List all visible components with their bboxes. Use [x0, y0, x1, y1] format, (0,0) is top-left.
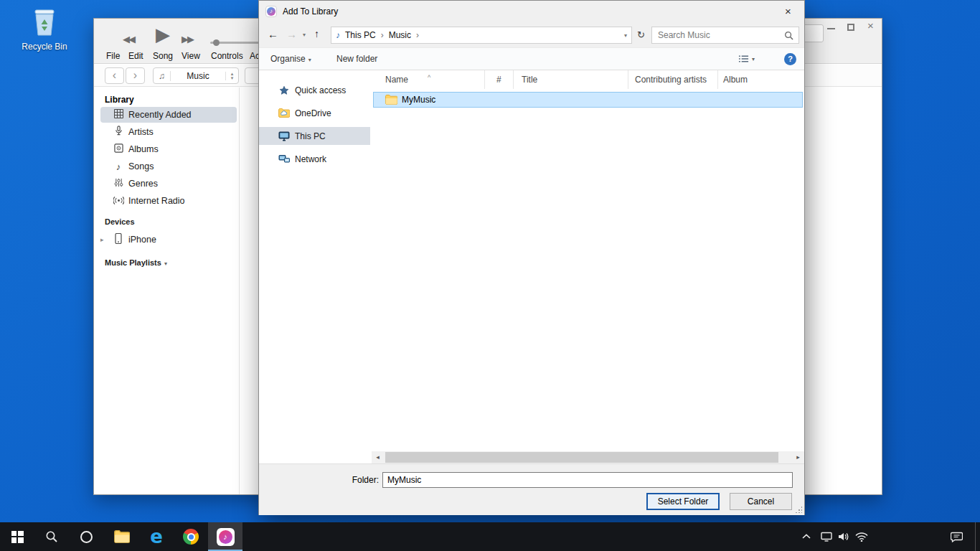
file-row-mymusic[interactable]: MyMusic	[373, 92, 803, 108]
music-note-icon: ♪	[336, 30, 340, 40]
column-header-name[interactable]: Name ^	[372, 70, 485, 89]
nav-item-onedrive[interactable]: OneDrive	[259, 104, 370, 122]
cortana-button[interactable]	[69, 522, 103, 551]
volume-slider[interactable]	[210, 42, 263, 44]
media-selector-arrows[interactable]: ▴ ▾	[225, 72, 238, 80]
menu-controls[interactable]: Controls	[211, 51, 243, 61]
recycle-bin[interactable]: Recycle Bin	[19, 6, 70, 52]
sidebar-item-albums[interactable]: Albums	[94, 141, 239, 158]
radio-broadcast-icon	[113, 194, 124, 207]
sidebar-item-artists[interactable]: Artists	[94, 123, 239, 141]
organise-button[interactable]: Organise▾	[270, 48, 311, 70]
nav-item-quick-access[interactable]: Quick access	[259, 81, 370, 99]
iphone-icon	[113, 233, 124, 247]
file-list: Name ^ # Title Contributing artists Albu…	[372, 70, 804, 451]
dialog-titlebar[interactable]: ♪ Add To Library ×	[259, 1, 804, 22]
rewind-button[interactable]: ◀◀	[123, 34, 134, 44]
refresh-icon[interactable]: ↻	[637, 29, 645, 40]
folder-name-input[interactable]	[382, 472, 793, 488]
maximize-icon[interactable]	[847, 24, 854, 31]
chevron-right-icon[interactable]: ›	[416, 30, 419, 40]
nav-item-network[interactable]: Network	[259, 150, 370, 168]
address-bar[interactable]: ♪ This PC › Music › ▾	[331, 27, 632, 44]
music-playlists-header[interactable]: Music Playlists▾	[105, 258, 167, 267]
tray-display-button[interactable]	[818, 522, 835, 551]
column-header-title[interactable]: Title	[514, 70, 628, 89]
taskbar-search-button[interactable]	[34, 522, 69, 551]
breadcrumb-this-pc[interactable]: This PC	[345, 30, 376, 40]
menu-edit[interactable]: Edit	[128, 51, 143, 61]
dialog-address-row: ← → ▾ ↑ ♪ This PC › Music › ▾ ↻	[259, 22, 804, 47]
sidebar-item-label: Artists	[128, 127, 154, 137]
menu-view[interactable]: View	[182, 51, 200, 61]
edge-button[interactable]: e	[139, 522, 174, 551]
library-header: Library	[105, 95, 134, 105]
organise-label: Organise	[270, 54, 306, 64]
show-hidden-icons-button[interactable]	[798, 522, 815, 551]
show-desktop-button[interactable]	[975, 522, 980, 551]
back-button[interactable]: ‹	[105, 67, 124, 84]
dialog-footer: Folder: Select Folder Cancel	[259, 463, 804, 515]
minimize-icon[interactable]	[827, 28, 835, 29]
back-button[interactable]: ←	[268, 28, 278, 40]
play-button[interactable]: ▶	[156, 24, 170, 46]
scroll-right-icon[interactable]: ▸	[792, 451, 804, 463]
column-header-album[interactable]: Album	[718, 70, 806, 89]
taskbar: e ♪	[0, 522, 980, 551]
microphone-icon	[113, 126, 124, 138]
forward-button[interactable]: ›	[126, 67, 145, 84]
breadcrumb-music[interactable]: Music	[389, 30, 411, 40]
cancel-button[interactable]: Cancel	[730, 493, 792, 510]
star-icon	[278, 85, 290, 95]
up-button[interactable]: ↑	[314, 28, 319, 39]
scrollbar-thumb[interactable]	[385, 452, 778, 463]
search-box[interactable]	[651, 27, 799, 44]
horizontal-scrollbar[interactable]: ◂ ▸	[372, 451, 804, 463]
close-icon[interactable]: ×	[867, 19, 874, 32]
add-to-library-dialog: ♪ Add To Library × ← → ▾ ↑ ♪ This PC › M…	[258, 0, 805, 515]
menu-file[interactable]: File	[106, 51, 120, 61]
action-center-button[interactable]	[946, 522, 967, 551]
sliders-icon	[113, 177, 124, 190]
views-button[interactable]: ▾	[738, 55, 755, 63]
network-button[interactable]	[852, 522, 871, 551]
close-icon[interactable]: ×	[772, 1, 804, 22]
chrome-button[interactable]	[174, 522, 208, 551]
expander-icon[interactable]: ▸	[100, 236, 104, 243]
resize-grip[interactable]	[795, 506, 802, 513]
sidebar-item-iphone[interactable]: ▸ iPhone	[94, 231, 239, 248]
sidebar-item-recently-added[interactable]: Recently Added	[94, 106, 239, 123]
itunes-taskbar-button[interactable]: ♪	[208, 522, 242, 551]
select-folder-button[interactable]: Select Folder	[646, 493, 720, 510]
folder-icon	[385, 95, 397, 108]
menu-song[interactable]: Song	[153, 51, 173, 61]
nav-item-this-pc[interactable]: This PC	[259, 127, 370, 145]
column-label: Name	[385, 75, 408, 85]
new-folder-button[interactable]: New folder	[336, 48, 377, 70]
column-header-number[interactable]: #	[485, 70, 514, 89]
dialog-command-bar: Organise▾ New folder ▾ ?	[259, 47, 804, 70]
onedrive-icon	[278, 108, 290, 118]
sidebar-item-songs[interactable]: ♪ Songs	[94, 158, 239, 175]
start-button[interactable]	[0, 522, 34, 551]
scroll-left-icon[interactable]: ◂	[372, 451, 384, 463]
recent-locations-dropdown-icon[interactable]: ▾	[303, 32, 306, 38]
itunes-app-icon: ♪	[265, 6, 277, 17]
folder-icon	[114, 530, 130, 543]
sidebar-item-internet-radio[interactable]: Internet Radio	[94, 192, 239, 209]
sidebar-item-label: Recently Added	[128, 110, 192, 120]
file-explorer-button[interactable]	[105, 522, 139, 551]
album-icon	[113, 143, 124, 156]
sidebar-item-genres[interactable]: Genres	[94, 175, 239, 192]
navigation-pane: Quick access OneDrive This PC	[259, 70, 372, 463]
chevron-right-icon[interactable]: ›	[381, 30, 384, 40]
fast-forward-button[interactable]: ▶▶	[182, 34, 193, 44]
volume-button[interactable]	[835, 522, 852, 551]
column-header-contributing-artists[interactable]: Contributing artists	[628, 70, 718, 89]
chevron-down-icon: ▾	[752, 56, 755, 62]
media-selector[interactable]: ♫ Music ▴ ▾	[153, 67, 239, 84]
address-dropdown-icon[interactable]: ▾	[624, 32, 627, 39]
forward-button[interactable]: →	[286, 28, 297, 40]
help-button[interactable]: ?	[784, 53, 796, 65]
search-input[interactable]	[652, 27, 781, 43]
